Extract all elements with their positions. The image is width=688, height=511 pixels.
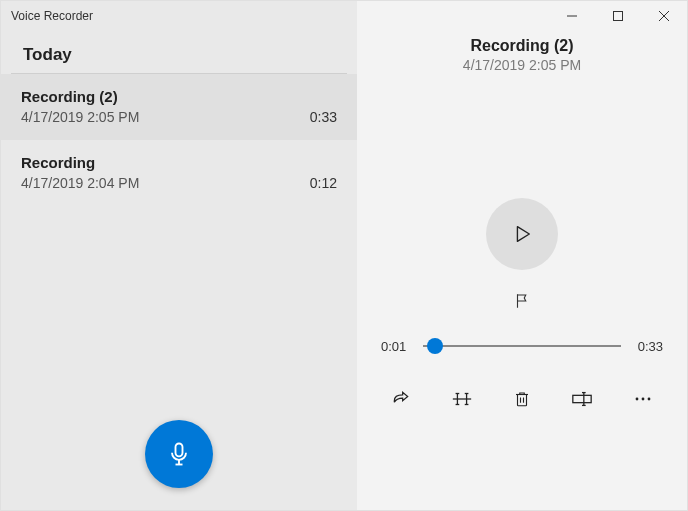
delete-button[interactable] [502, 379, 542, 419]
microphone-icon [165, 440, 193, 468]
recording-title: Recording [21, 154, 139, 171]
svg-point-23 [641, 398, 644, 401]
title-bar: Voice Recorder [1, 1, 357, 31]
maximize-button[interactable] [595, 1, 641, 31]
maximize-icon [613, 11, 623, 21]
svg-rect-18 [573, 395, 591, 402]
recording-item[interactable]: Recording4/17/2019 2:04 PM0:12 [1, 140, 357, 206]
recordings-panel: Voice Recorder Today Recording (2)4/17/2… [1, 1, 357, 510]
svg-point-22 [635, 398, 638, 401]
play-button[interactable] [486, 198, 558, 270]
close-icon [659, 11, 669, 21]
seek-bar: 0:01 0:33 [357, 336, 687, 356]
svg-marker-7 [517, 227, 529, 242]
recording-title: Recording (2) [21, 88, 139, 105]
flag-icon [513, 292, 531, 310]
add-marker-button[interactable] [357, 292, 687, 310]
app-title: Voice Recorder [11, 9, 93, 23]
total-time: 0:33 [633, 339, 663, 354]
voice-recorder-window: Voice Recorder Today Recording (2)4/17/2… [0, 0, 688, 511]
svg-point-24 [647, 398, 650, 401]
rename-icon [571, 391, 593, 407]
trim-icon [451, 391, 473, 407]
seek-thumb[interactable] [427, 338, 443, 354]
section-header: Today [11, 31, 347, 74]
recording-item[interactable]: Recording (2)4/17/2019 2:05 PM0:33 [1, 74, 357, 140]
detail-date: 4/17/2019 2:05 PM [357, 57, 687, 73]
rename-button[interactable] [562, 379, 602, 419]
minimize-icon [567, 11, 577, 21]
recording-date: 4/17/2019 2:05 PM [21, 109, 139, 125]
detail-title: Recording (2) [357, 37, 687, 55]
trash-icon [513, 389, 531, 409]
more-button[interactable] [623, 379, 663, 419]
share-icon [391, 389, 411, 409]
more-icon [634, 396, 652, 402]
seek-slider[interactable] [423, 336, 621, 356]
svg-rect-0 [176, 444, 183, 457]
trim-button[interactable] [442, 379, 482, 419]
close-button[interactable] [641, 1, 687, 31]
detail-header: Recording (2) 4/17/2019 2:05 PM [357, 37, 687, 73]
current-time: 0:01 [381, 339, 411, 354]
share-button[interactable] [381, 379, 421, 419]
svg-rect-4 [614, 12, 623, 21]
recording-duration: 0:12 [310, 175, 337, 191]
minimize-button[interactable] [549, 1, 595, 31]
recording-date: 4/17/2019 2:04 PM [21, 175, 139, 191]
play-icon [511, 223, 533, 245]
record-button[interactable] [145, 420, 213, 488]
action-toolbar [357, 372, 687, 426]
window-controls [549, 1, 687, 31]
seek-track [423, 345, 621, 347]
playback-panel: Recording (2) 4/17/2019 2:05 PM 0:01 0:3… [357, 1, 687, 510]
recording-duration: 0:33 [310, 109, 337, 125]
